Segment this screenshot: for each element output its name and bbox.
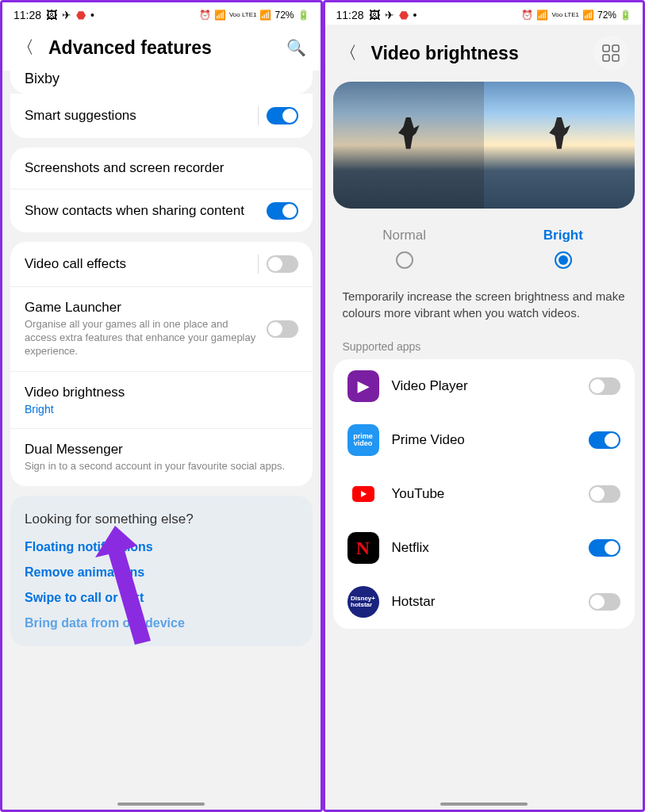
alarm-icon: ⏰: [521, 10, 533, 21]
toggle-smart-suggestions[interactable]: [267, 107, 298, 124]
dot-icon: •: [90, 9, 94, 21]
phone-left: 11:28 🖼 ✈ ⬣ • ⏰ 📶 Voo LTE1 📶 72% 🔋 〈 Adv…: [0, 0, 323, 812]
page-title: Advanced features: [48, 37, 272, 59]
app-row-prime-video[interactable]: primevideo Prime Video: [333, 413, 635, 467]
row-video-brightness[interactable]: Video brightness Bright: [10, 372, 313, 429]
toggle-prime-video[interactable]: [589, 431, 620, 449]
badge-icon: ⬣: [76, 9, 86, 21]
svg-rect-0: [603, 45, 609, 52]
status-bar: 11:28 🖼 ✈ ⬣ • ⏰ 📶 Voo LTE1 📶 72% 🔋: [2, 2, 321, 25]
help-link-floating[interactable]: Floating notifications: [25, 540, 298, 554]
phone-right: 11:28 🖼 ✈ ⬣ • ⏰ 📶 Voo LTE1 📶 72% 🔋 〈 Vid…: [323, 0, 646, 812]
gallery-icon: 🖼: [369, 9, 380, 21]
search-icon[interactable]: 🔍: [286, 38, 306, 57]
brightness-mode-radio: Normal Bright: [325, 218, 643, 282]
row-smart-suggestions[interactable]: Smart suggestions: [10, 94, 313, 138]
supported-apps-label: Supported apps: [325, 340, 643, 359]
toggle-show-contacts[interactable]: [267, 202, 298, 220]
status-bar-r: 11:28 🖼 ✈ ⬣ • ⏰ 📶 Voo LTE1 📶 72% 🔋: [325, 2, 643, 25]
row-show-contacts[interactable]: Show contacts when sharing content: [10, 190, 313, 232]
status-time-r: 11:28: [336, 9, 364, 21]
row-video-call[interactable]: Video call effects: [10, 242, 313, 287]
radio-bright[interactable]: Bright: [484, 228, 643, 269]
status-time: 11:28: [13, 9, 41, 21]
battery-label: 72%: [275, 10, 294, 21]
toggle-youtube[interactable]: [589, 485, 620, 503]
alarm-icon: ⏰: [199, 10, 211, 21]
battery-label: 72%: [597, 10, 616, 21]
preview-bright: [484, 82, 635, 209]
svg-rect-2: [603, 55, 609, 61]
help-link-swipe[interactable]: Swipe to call or text: [25, 591, 298, 605]
youtube-icon: [347, 478, 379, 510]
hotstar-icon: Disney+hotstar: [347, 586, 379, 618]
gesture-bar[interactable]: [440, 802, 528, 806]
gesture-bar[interactable]: [117, 802, 205, 806]
app-row-video-player[interactable]: ▶ Video Player: [333, 359, 635, 413]
apps-grid-icon[interactable]: [593, 36, 628, 71]
description: Temporarily increase the screen brightne…: [325, 282, 643, 340]
apps-card: ▶ Video Player primevideo Prime Video Yo…: [333, 359, 635, 629]
signal-icon: 📶: [582, 10, 594, 21]
radio-icon: [396, 251, 413, 269]
app-row-netflix[interactable]: N Netflix: [333, 521, 635, 575]
svg-rect-1: [612, 45, 619, 52]
header-r: 〈 Video brightness: [325, 25, 643, 82]
header: 〈 Advanced features 🔍: [2, 25, 321, 71]
back-icon[interactable]: 〈: [340, 41, 357, 65]
video-player-icon: ▶: [347, 370, 379, 402]
row-screenshots[interactable]: Screenshots and screen recorder: [10, 147, 313, 190]
svg-rect-3: [612, 55, 619, 61]
network-label: Voo LTE1: [551, 12, 579, 18]
radio-icon: [555, 251, 572, 269]
netflix-icon: N: [347, 532, 379, 564]
app-row-youtube[interactable]: YouTube: [333, 467, 635, 521]
wifi-icon: 📶: [536, 10, 548, 21]
network-label: Voo LTE1: [229, 12, 257, 18]
toggle-hotstar[interactable]: [589, 593, 620, 611]
wifi-icon: 📶: [214, 10, 226, 21]
help-title: Looking for something else?: [25, 511, 298, 527]
signal-icon: 📶: [259, 10, 271, 21]
dot-icon: •: [413, 9, 417, 21]
send-icon: ✈: [62, 9, 71, 21]
help-link-animations[interactable]: Remove animations: [25, 565, 298, 580]
row-dual-messenger[interactable]: Dual Messenger Sign in to a second accou…: [10, 429, 313, 486]
gallery-icon: 🖼: [46, 9, 57, 21]
help-card: Looking for something else? Floating not…: [10, 496, 313, 646]
preview-normal: [333, 82, 484, 209]
help-link-bring-data[interactable]: Bring data from old device: [25, 616, 298, 630]
toggle-game-launcher[interactable]: [267, 320, 298, 338]
toggle-video-player[interactable]: [589, 377, 620, 395]
preview-image: [333, 82, 635, 209]
badge-icon: ⬣: [399, 9, 409, 21]
battery-icon: 🔋: [298, 10, 309, 21]
row-game-launcher[interactable]: Game Launcher Organise all your games al…: [10, 287, 313, 372]
toggle-video-call[interactable]: [267, 255, 298, 273]
toggle-netflix[interactable]: [589, 539, 620, 557]
app-row-hotstar[interactable]: Disney+hotstar Hotstar: [333, 575, 635, 629]
radio-normal[interactable]: Normal: [325, 228, 484, 269]
back-icon[interactable]: 〈: [17, 36, 34, 59]
page-title-r: Video brightness: [371, 43, 580, 64]
send-icon: ✈: [385, 9, 394, 21]
prime-video-icon: primevideo: [347, 424, 379, 456]
battery-icon: 🔋: [620, 10, 632, 21]
card-bixby[interactable]: Bixby: [10, 71, 313, 94]
